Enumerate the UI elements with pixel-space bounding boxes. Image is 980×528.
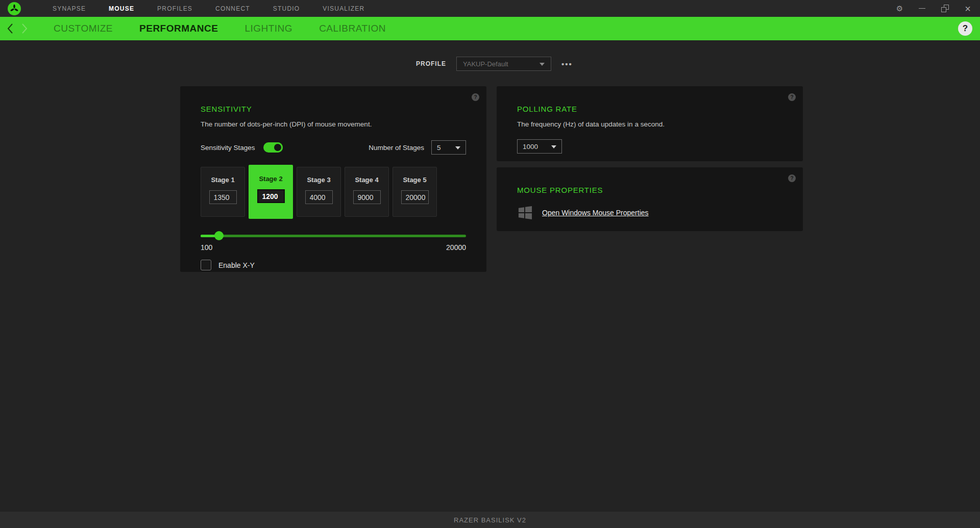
stage-card-label: Stage 2 <box>259 175 282 183</box>
dpi-slider[interactable] <box>201 231 466 240</box>
sensitivity-help-icon[interactable]: ? <box>472 93 479 101</box>
close-icon[interactable]: × <box>965 5 971 13</box>
slider-max-label: 20000 <box>446 243 466 252</box>
subnav-bar: CUSTOMIZE PERFORMANCE LIGHTING CALIBRATI… <box>0 17 980 40</box>
profile-dropdown-value: YAKUP-Default <box>463 60 508 68</box>
stage-card-4[interactable]: Stage 4 <box>345 167 389 217</box>
subnav-tabs: CUSTOMIZE PERFORMANCE LIGHTING CALIBRATI… <box>54 23 386 34</box>
stage-card-label: Stage 3 <box>307 176 330 184</box>
sensitivity-stages-toggle[interactable] <box>263 142 283 153</box>
razer-logo-icon[interactable] <box>8 2 21 15</box>
settings-gear-icon[interactable]: ⚙ <box>896 5 903 12</box>
sensitivity-panel: ? SENSITIVITY The number of dots-per-inc… <box>180 86 486 272</box>
stage-card-label: Stage 1 <box>211 176 234 184</box>
nav-item-profiles[interactable]: PROFILES <box>157 5 192 12</box>
profile-dropdown[interactable]: YAKUP-Default <box>456 57 551 71</box>
stage-card-1[interactable]: Stage 1 <box>201 167 245 217</box>
device-name: RAZER BASILISK V2 <box>454 516 526 524</box>
sensitivity-stages-label: Sensitivity Stages <box>201 144 255 152</box>
stage-dpi-input[interactable] <box>209 190 237 204</box>
restore-front-square <box>941 7 946 12</box>
mouse-properties-title: MOUSE PROPERTIES <box>517 186 782 194</box>
chevron-down-icon <box>455 146 460 149</box>
slider-thumb[interactable] <box>214 231 224 240</box>
nav-item-connect[interactable]: CONNECT <box>215 5 250 12</box>
enable-xy-row: Enable X-Y <box>201 260 466 270</box>
stage-cards-row: Stage 1 Stage 2 Stage 3 Stage 4 Stage 5 <box>201 165 466 219</box>
stage-card-label: Stage 4 <box>355 176 378 184</box>
slider-track[interactable] <box>201 235 466 237</box>
sensitivity-description: The number of dots-per-inch (DPI) of mou… <box>201 120 466 128</box>
number-of-stages-dropdown[interactable]: 5 <box>431 140 466 155</box>
nav-item-mouse[interactable]: MOUSE <box>109 5 134 12</box>
mouse-properties-panel: ? MOUSE PROPERTIES Open Windows Mouse Pr… <box>497 167 803 231</box>
stage-dpi-input[interactable] <box>353 190 381 204</box>
number-of-stages-value: 5 <box>437 144 441 152</box>
chevron-down-icon <box>540 63 545 66</box>
tab-performance[interactable]: PERFORMANCE <box>139 23 218 34</box>
top-nav: SYNAPSE MOUSE PROFILES CONNECT STUDIO VI… <box>53 5 364 12</box>
nav-item-visualizer[interactable]: VISUALIZER <box>323 5 364 12</box>
sensitivity-controls-row: Sensitivity Stages Number of Stages 5 <box>201 140 466 155</box>
help-icon[interactable]: ? <box>958 21 972 36</box>
toggle-knob <box>273 142 283 153</box>
number-of-stages-group: Number of Stages 5 <box>369 140 466 155</box>
slider-range-labels: 100 20000 <box>201 243 466 252</box>
enable-xy-label: Enable X-Y <box>218 261 255 269</box>
sensitivity-title: SENSITIVITY <box>201 105 466 113</box>
profile-label: PROFILE <box>416 60 446 67</box>
open-windows-mouse-properties-link[interactable]: Open Windows Mouse Properties <box>542 209 649 217</box>
profile-more-options-icon[interactable]: ••• <box>561 60 573 68</box>
back-chevron-icon[interactable] <box>7 23 14 34</box>
mouse-properties-row: Open Windows Mouse Properties <box>517 205 782 221</box>
windows-logo-icon <box>517 205 533 221</box>
minimize-icon[interactable] <box>919 8 925 9</box>
maximize-restore-icon[interactable] <box>941 5 949 12</box>
slider-min-label: 100 <box>201 243 212 252</box>
enable-xy-checkbox[interactable] <box>201 260 211 270</box>
stage-dpi-input[interactable] <box>401 190 429 204</box>
razer-triple-snake-icon <box>9 4 19 14</box>
polling-rate-dropdown[interactable]: 1000 <box>517 139 562 154</box>
nav-item-studio[interactable]: STUDIO <box>273 5 300 12</box>
stage-card-label: Stage 5 <box>403 176 426 184</box>
stage-card-2-selected[interactable]: Stage 2 <box>249 165 293 219</box>
stage-card-5[interactable]: Stage 5 <box>393 167 437 217</box>
titlebar: SYNAPSE MOUSE PROFILES CONNECT STUDIO VI… <box>0 0 980 17</box>
device-status-bar: RAZER BASILISK V2 <box>0 512 980 528</box>
mouse-properties-help-icon[interactable]: ? <box>788 174 796 182</box>
tab-lighting[interactable]: LIGHTING <box>244 23 292 34</box>
stage-dpi-input[interactable] <box>257 189 285 203</box>
tab-calibration[interactable]: CALIBRATION <box>319 23 386 34</box>
stage-dpi-input[interactable] <box>305 190 333 204</box>
profile-row: PROFILE YAKUP-Default ••• <box>416 57 573 71</box>
polling-help-icon[interactable]: ? <box>788 93 796 101</box>
polling-rate-title: POLLING RATE <box>517 105 782 113</box>
forward-chevron-icon[interactable] <box>21 23 28 34</box>
polling-rate-value: 1000 <box>523 143 538 150</box>
window-controls: ⚙ × <box>896 0 971 17</box>
tab-customize[interactable]: CUSTOMIZE <box>54 23 113 34</box>
sensitivity-stages-toggle-group: Sensitivity Stages <box>201 142 283 153</box>
polling-rate-description: The frequency (Hz) of data updates in a … <box>517 120 782 128</box>
chevron-down-icon <box>551 145 556 148</box>
nav-item-synapse[interactable]: SYNAPSE <box>53 5 86 12</box>
polling-rate-panel: ? POLLING RATE The frequency (Hz) of dat… <box>497 86 803 161</box>
number-of-stages-label: Number of Stages <box>369 144 424 152</box>
stage-card-3[interactable]: Stage 3 <box>297 167 341 217</box>
